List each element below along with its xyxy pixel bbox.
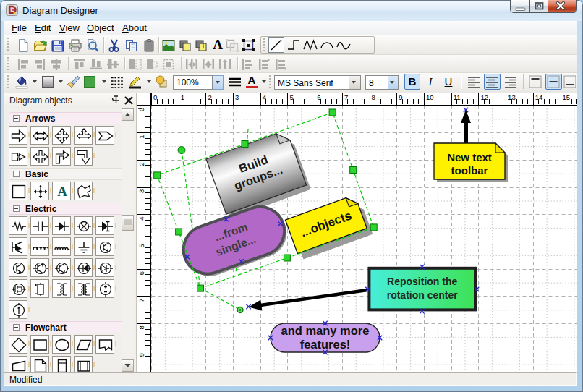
svg-text:7: 7 bbox=[344, 93, 348, 101]
svg-text:6: 6 bbox=[317, 93, 320, 101]
svg-text:11: 11 bbox=[454, 93, 461, 101]
svg-text:and many more: and many more bbox=[281, 324, 370, 337]
svg-text:10: 10 bbox=[426, 93, 434, 101]
svg-text:1: 1 bbox=[137, 135, 145, 138]
svg-text:4: 4 bbox=[263, 93, 266, 101]
svg-text:1: 1 bbox=[181, 93, 184, 101]
svg-text:0: 0 bbox=[137, 108, 145, 111]
svg-text:8: 8 bbox=[372, 93, 375, 101]
svg-text:toolbar: toolbar bbox=[451, 164, 488, 176]
svg-text:3: 3 bbox=[235, 93, 239, 101]
svg-text:New text: New text bbox=[447, 151, 492, 163]
svg-text:8: 8 bbox=[137, 325, 145, 329]
svg-text:4: 4 bbox=[137, 217, 145, 221]
svg-text:3: 3 bbox=[137, 189, 145, 193]
svg-text:9: 9 bbox=[137, 353, 145, 357]
svg-text:features!: features! bbox=[300, 338, 351, 351]
svg-text:2: 2 bbox=[208, 93, 211, 101]
svg-text:14: 14 bbox=[535, 93, 543, 101]
svg-text:15: 15 bbox=[563, 93, 571, 101]
svg-text:2: 2 bbox=[137, 162, 145, 166]
svg-text:13: 13 bbox=[508, 93, 516, 101]
svg-text:rotation center: rotation center bbox=[387, 289, 459, 301]
svg-text:9: 9 bbox=[399, 93, 402, 101]
svg-text:0: 0 bbox=[153, 93, 157, 101]
svg-text:5: 5 bbox=[137, 244, 145, 247]
svg-text:5: 5 bbox=[290, 93, 294, 101]
svg-text:Reposition the: Reposition the bbox=[387, 276, 457, 287]
svg-text:7: 7 bbox=[137, 299, 145, 302]
svg-text:6: 6 bbox=[137, 271, 145, 275]
svg-text:12: 12 bbox=[480, 93, 488, 101]
